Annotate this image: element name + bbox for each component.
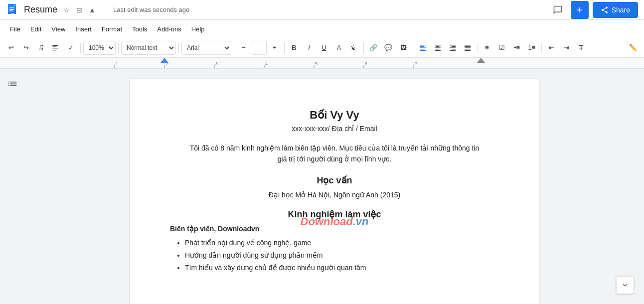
star-icon[interactable]: ☆	[61, 5, 71, 15]
bullet-item-2: Hướng dẫn người dùng sử dụng phần mềm	[185, 249, 499, 262]
comments-button[interactable]	[549, 1, 567, 19]
menu-insert[interactable]: Insert	[71, 23, 96, 35]
paint-format-button[interactable]	[49, 41, 63, 55]
svg-rect-4	[9, 9, 14, 10]
education-content: Đại học Mở Hà Nội, Ngôn ngữ Anh (2015)	[170, 191, 499, 199]
svg-text:1: 1	[116, 61, 118, 66]
bullet-list: Phát triển nội dung về công nghệ, game H…	[170, 237, 499, 275]
font-size-decrease-button[interactable]: −	[237, 41, 251, 55]
menu-format[interactable]: Format	[98, 23, 126, 35]
outline-icon[interactable]	[5, 79, 19, 93]
bullet-list-button[interactable]: •≡	[510, 41, 524, 55]
divider-1	[80, 43, 81, 53]
title-right-controls: Share	[549, 1, 638, 19]
comment-button[interactable]: 💬	[381, 41, 395, 55]
ruler-svg: 1 2 3 4 5 6 7	[0, 58, 644, 69]
spelling-button[interactable]: ✓	[64, 41, 78, 55]
menu-bar: File Edit View Insert Format Tools Add-o…	[0, 20, 644, 38]
divider-3	[178, 43, 179, 53]
document-area[interactable]: Bối Vy Vy xxx-xxx-xxx/ Địa chỉ / Email T…	[25, 69, 644, 304]
line-spacing-button[interactable]: ≡	[480, 41, 494, 55]
menu-edit[interactable]: Edit	[26, 23, 45, 35]
share-label: Share	[612, 6, 630, 14]
cloud-save-icon[interactable]: ⊟	[74, 5, 84, 15]
svg-text:4: 4	[265, 61, 268, 66]
resume-contact: xxx-xxx-xxx/ Địa chỉ / Email	[170, 125, 499, 133]
style-select[interactable]: Normal text Heading 1 Heading 2	[121, 41, 176, 55]
font-select[interactable]: Arial Times New Roman Courier New	[181, 41, 231, 55]
experience-title: Kinh nghiệm làm việc	[170, 209, 499, 220]
document-page[interactable]: Bối Vy Vy xxx-xxx-xxx/ Địa chỉ / Email T…	[130, 79, 539, 304]
last-edit-status: Last edit was seconds ago	[113, 6, 189, 13]
svg-text:3: 3	[215, 61, 218, 66]
svg-rect-3	[9, 7, 14, 8]
checklist-button[interactable]: ☑	[495, 41, 509, 55]
resume-name: Bối Vy Vy	[170, 109, 499, 122]
add-collaborator-button[interactable]	[571, 1, 589, 19]
divider-6	[363, 43, 364, 53]
numbered-list-button[interactable]: 1≡	[525, 41, 539, 55]
title-icon-group: ☆ ⊟ ▲	[61, 5, 97, 15]
menu-view[interactable]: View	[47, 23, 69, 35]
highlight-color-button[interactable]	[347, 41, 361, 55]
divider-8	[477, 43, 478, 53]
underline-button[interactable]: U	[317, 41, 331, 55]
image-button[interactable]: 🖼	[396, 41, 410, 55]
increase-indent-button[interactable]: ⇥	[559, 41, 573, 55]
divider-7	[413, 43, 413, 53]
clear-formatting-button[interactable]: T̶	[574, 41, 588, 55]
align-right-button[interactable]	[446, 41, 460, 55]
scroll-to-bottom-button[interactable]	[616, 276, 634, 294]
font-size-increase-button[interactable]: +	[268, 41, 282, 55]
menu-tools[interactable]: Tools	[128, 23, 151, 35]
resume-summary: Tôi đã có 8 năm kinh nghiệm làm biên tập…	[170, 143, 499, 165]
undo-button[interactable]: ↩	[4, 41, 18, 55]
title-bar: D Resume ☆ ⊟ ▲ Last edit was seconds ago…	[0, 0, 644, 20]
divider-9	[541, 43, 542, 53]
align-left-button[interactable]	[416, 41, 430, 55]
toolbar: ↩ ↪ 🖨 ✓ 100% 75% 125% Normal text Headin…	[0, 38, 644, 58]
menu-help[interactable]: Help	[187, 23, 209, 35]
share-button[interactable]: Share	[593, 2, 638, 18]
decrease-indent-button[interactable]: ⇤	[544, 41, 558, 55]
bold-button[interactable]: B	[287, 41, 301, 55]
job-title: Biên tập viên, Downloadvn	[170, 225, 499, 233]
justify-button[interactable]	[461, 41, 475, 55]
education-title: Học vấn	[170, 175, 499, 186]
svg-text:5: 5	[315, 61, 318, 66]
bullet-item-1: Phát triển nội dung về công nghệ, game	[185, 237, 499, 249]
drive-icon[interactable]: ▲	[87, 5, 97, 15]
divider-4	[234, 43, 234, 53]
svg-text:7: 7	[415, 61, 417, 66]
divider-5	[284, 43, 285, 53]
print-button[interactable]: 🖨	[34, 41, 48, 55]
divider-2	[118, 43, 119, 53]
edit-mode-button[interactable]: ✏️	[626, 41, 640, 55]
bullet-item-3: Tìm hiểu và xây dựng chủ đề được nhiều n…	[185, 262, 499, 274]
align-center-button[interactable]	[431, 41, 445, 55]
menu-addons[interactable]: Add-ons	[153, 23, 185, 35]
left-sidebar	[0, 69, 25, 304]
menu-file[interactable]: File	[6, 23, 24, 35]
svg-rect-5	[9, 10, 13, 11]
redo-button[interactable]: ↪	[19, 41, 33, 55]
docs-icon: D	[6, 3, 20, 17]
font-size-input[interactable]: 11	[252, 41, 267, 55]
zoom-select[interactable]: 100% 75% 125%	[83, 41, 116, 55]
link-button[interactable]: 🔗	[366, 41, 380, 55]
svg-text:6: 6	[365, 61, 367, 66]
main-area: Bối Vy Vy xxx-xxx-xxx/ Địa chỉ / Email T…	[0, 69, 644, 304]
text-color-button[interactable]: A	[332, 41, 346, 55]
document-title[interactable]: Resume	[24, 4, 57, 15]
svg-text:D: D	[11, 12, 14, 16]
italic-button[interactable]: I	[302, 41, 316, 55]
ruler: 1 2 3 4 5 6 7	[0, 58, 644, 69]
svg-rect-7	[0, 58, 644, 69]
